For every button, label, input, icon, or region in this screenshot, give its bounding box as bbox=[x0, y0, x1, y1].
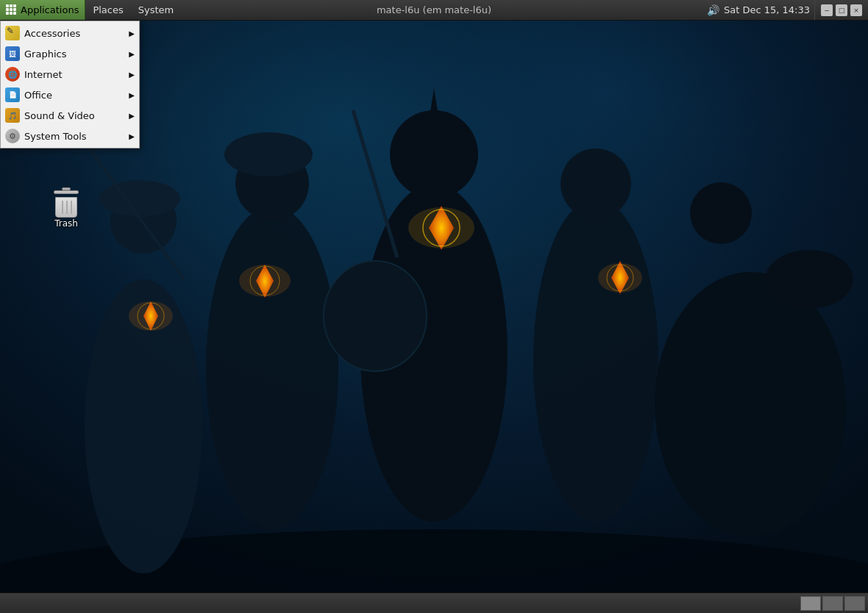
internet-arrow: ▶ bbox=[129, 71, 135, 79]
svg-point-15 bbox=[655, 272, 846, 537]
accessories-label: Accessories bbox=[24, 28, 80, 39]
close-button[interactable]: × bbox=[850, 4, 862, 16]
menu-item-system-tools[interactable]: ⚙ System Tools ▶ bbox=[1, 126, 139, 146]
applications-icon bbox=[6, 4, 18, 16]
svg-point-29 bbox=[598, 263, 642, 293]
menu-item-internet[interactable]: 🌐 Internet ▶ bbox=[1, 64, 139, 85]
svg-point-6 bbox=[99, 180, 180, 217]
graphics-label: Graphics bbox=[24, 49, 66, 60]
internet-label: Internet bbox=[24, 69, 63, 80]
workspace-3-button[interactable] bbox=[844, 596, 865, 611]
svg-point-7 bbox=[206, 206, 338, 529]
places-button[interactable]: Places bbox=[85, 0, 130, 20]
trash-lid bbox=[54, 190, 79, 194]
svg-point-9 bbox=[224, 132, 313, 176]
menu-item-accessories[interactable]: Accessories ▶ bbox=[1, 23, 139, 43]
trash-label: Trash bbox=[54, 218, 78, 229]
volume-icon[interactable]: 🔊 bbox=[707, 4, 719, 16]
sound-video-label: Sound & Video bbox=[24, 110, 95, 121]
applications-menu-button[interactable]: Applications bbox=[0, 0, 85, 20]
svg-point-13 bbox=[533, 198, 658, 522]
workspace-2-button[interactable] bbox=[822, 596, 843, 611]
accessories-icon bbox=[5, 26, 20, 40]
internet-icon: 🌐 bbox=[5, 67, 20, 82]
system-tools-icon: ⚙ bbox=[5, 129, 20, 143]
taskbar-right: 🔊 Sat Dec 15, 14:33 − □ × bbox=[707, 0, 868, 20]
sound-video-arrow: ▶ bbox=[129, 112, 135, 120]
menu-item-office[interactable]: 📄 Office ▶ bbox=[1, 85, 139, 105]
trash-desktop-icon[interactable]: Trash bbox=[40, 187, 92, 229]
system-tools-arrow: ▶ bbox=[129, 132, 135, 140]
system-tools-label: System Tools bbox=[24, 131, 87, 142]
system-button[interactable]: System bbox=[131, 0, 181, 20]
minimize-button[interactable]: − bbox=[821, 4, 833, 16]
svg-point-17 bbox=[765, 250, 853, 309]
sound-video-icon: 🎵 bbox=[5, 108, 20, 123]
office-icon: 📄 bbox=[5, 87, 20, 102]
workspace-1-button[interactable] bbox=[800, 596, 821, 611]
office-label: Office bbox=[24, 90, 52, 101]
taskbar-left: Applications Places System bbox=[0, 0, 181, 20]
workspace-switcher bbox=[800, 596, 868, 611]
trash-icon-wrapper bbox=[51, 187, 81, 217]
trash-body bbox=[55, 197, 77, 218]
taskbar: Applications Places System mate-l6u (em … bbox=[0, 0, 868, 21]
window-title: mate-l6u (em mate-l6u) bbox=[377, 4, 491, 15]
trash-icon-image bbox=[53, 187, 79, 217]
maximize-button[interactable]: □ bbox=[836, 4, 847, 16]
svg-point-20 bbox=[129, 301, 173, 331]
svg-point-32 bbox=[324, 261, 427, 371]
svg-point-14 bbox=[561, 148, 631, 219]
applications-dropdown: Accessories ▶ 🖼 Graphics ▶ 🌐 Internet ▶ … bbox=[0, 21, 140, 148]
clock-display: Sat Dec 15, 14:33 bbox=[724, 4, 810, 15]
graphics-arrow: ▶ bbox=[129, 50, 135, 58]
applications-label: Applications bbox=[21, 4, 79, 15]
bottom-taskbar bbox=[0, 592, 868, 613]
svg-point-16 bbox=[690, 182, 752, 244]
office-arrow: ▶ bbox=[129, 91, 135, 99]
svg-point-23 bbox=[239, 265, 291, 297]
accessories-arrow: ▶ bbox=[129, 29, 135, 37]
svg-point-26 bbox=[408, 207, 474, 248]
menu-item-graphics[interactable]: 🖼 Graphics ▶ bbox=[1, 43, 139, 64]
menu-item-sound-video[interactable]: 🎵 Sound & Video ▶ bbox=[1, 105, 139, 126]
graphics-icon: 🖼 bbox=[5, 46, 20, 61]
window-controls: − □ × bbox=[814, 0, 862, 20]
